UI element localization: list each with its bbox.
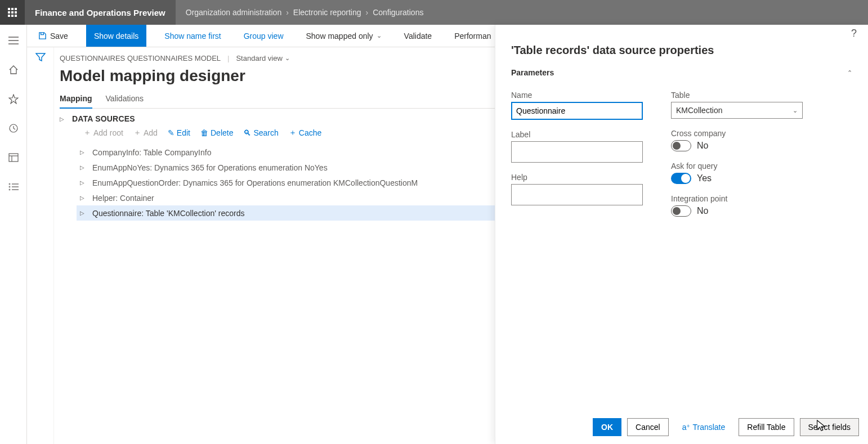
list-icon[interactable]: [2, 176, 25, 198]
breadcrumb-item[interactable]: Configurations: [373, 8, 423, 17]
parameters-section-header[interactable]: Parameters ⌃: [495, 64, 868, 77]
label-field: Label: [511, 130, 646, 163]
save-button[interactable]: Save: [34, 25, 73, 47]
chevron-up-icon: ⌃: [847, 69, 852, 77]
form-icon[interactable]: [2, 146, 25, 169]
add-root-button[interactable]: ＋Add root: [83, 128, 123, 138]
svg-point-9: [9, 186, 10, 187]
parameters-form: Name Label Help Table KMCollection: [495, 77, 868, 217]
integration-field: Integration point No: [671, 194, 806, 217]
app-title: Finance and Operations Preview: [25, 8, 176, 17]
pane-title: 'Table records' data source properties: [495, 42, 868, 64]
top-bar: Finance and Operations Preview Organizat…: [0, 0, 868, 25]
properties-pane: ? 'Table records' data source properties…: [495, 25, 868, 444]
expand-icon: ▷: [80, 149, 84, 155]
refill-table-button[interactable]: Refill Table: [739, 418, 794, 436]
plus-icon: ＋: [83, 128, 91, 138]
plus-icon: ＋: [133, 128, 141, 138]
app-launcher-button[interactable]: [0, 0, 25, 25]
home-icon[interactable]: [2, 59, 25, 81]
table-field: Table KMCollection ⌄: [671, 91, 806, 119]
ask-query-field: Ask for query Yes: [671, 162, 806, 184]
save-icon: [38, 32, 47, 40]
help-input[interactable]: [511, 184, 643, 205]
star-icon[interactable]: [2, 88, 25, 110]
ok-button[interactable]: OK: [593, 418, 621, 436]
show-mapped-only-button[interactable]: Show mapped only ⌄: [302, 25, 386, 47]
search-icon: 🔍︎: [243, 128, 251, 137]
page-context: QUESTIONNAIRES QUESTIONNAIRES MODEL: [60, 54, 221, 62]
table-select[interactable]: KMCollection ⌄: [671, 102, 803, 119]
add-button[interactable]: ＋Add: [133, 128, 158, 138]
pane-footer: OK Cancel a⁺Translate Refill Table Selec…: [495, 410, 868, 444]
chevron-down-icon: ⌄: [793, 107, 798, 114]
svg-rect-4: [9, 154, 18, 162]
cross-company-toggle[interactable]: [671, 140, 691, 151]
show-details-button[interactable]: Show details: [86, 25, 146, 47]
menu-icon[interactable]: [2, 29, 25, 52]
show-name-first-button[interactable]: Show name first: [160, 25, 225, 47]
svg-point-7: [9, 183, 10, 185]
cancel-button[interactable]: Cancel: [627, 418, 669, 436]
name-input[interactable]: [511, 102, 643, 120]
integration-toggle[interactable]: [671, 205, 691, 217]
translate-button[interactable]: a⁺Translate: [674, 418, 733, 436]
data-sources-title: DATA SOURCES: [72, 114, 135, 123]
cache-button[interactable]: ＋Cache: [289, 128, 321, 138]
help-field: Help: [511, 173, 646, 205]
breadcrumb: Organization administration › Electronic…: [176, 0, 868, 25]
translate-icon: a⁺: [682, 423, 691, 432]
chevron-down-icon: ⌄: [285, 55, 290, 62]
plus-icon: ＋: [289, 128, 297, 138]
breadcrumb-item[interactable]: Electronic reporting: [293, 8, 361, 17]
expand-icon: ▷: [80, 180, 84, 186]
name-field: Name: [511, 91, 646, 120]
chevron-right-icon: ›: [361, 8, 373, 17]
waffle-icon: [8, 8, 17, 17]
breadcrumb-item[interactable]: Organization administration: [186, 8, 281, 17]
expand-icon: ▷: [80, 164, 84, 171]
ask-query-toggle[interactable]: [671, 173, 691, 184]
edit-button[interactable]: ✎ Edit: [168, 128, 190, 138]
svg-point-11: [9, 189, 10, 190]
delete-button[interactable]: 🗑 Delete: [200, 128, 233, 138]
label-input[interactable]: [511, 141, 643, 163]
help-icon[interactable]: ?: [851, 28, 857, 39]
pencil-icon: ✎: [168, 128, 175, 137]
tab-validations[interactable]: Validations: [106, 89, 144, 108]
trash-icon: 🗑: [200, 128, 208, 137]
filter-icon[interactable]: [35, 53, 46, 444]
expand-icon: ▷: [80, 210, 84, 216]
performance-button[interactable]: Performan: [450, 25, 495, 47]
nav-rail: [0, 25, 27, 444]
validate-button[interactable]: Validate: [400, 25, 437, 47]
chevron-down-icon: ⌄: [377, 32, 382, 39]
group-view-button[interactable]: Group view: [239, 25, 288, 47]
view-selector[interactable]: Standard view ⌄: [236, 54, 289, 62]
clock-icon[interactable]: [2, 117, 25, 140]
search-button[interactable]: 🔍︎ Search: [243, 128, 278, 138]
expand-icon[interactable]: ▷: [60, 116, 64, 122]
cross-company-field: Cross company No: [671, 129, 806, 151]
chevron-right-icon: ›: [281, 8, 293, 17]
filter-column: [27, 47, 54, 444]
select-fields-button[interactable]: Select fields: [800, 418, 859, 436]
tab-mapping[interactable]: Mapping: [60, 89, 92, 109]
expand-icon: ▷: [80, 195, 84, 201]
